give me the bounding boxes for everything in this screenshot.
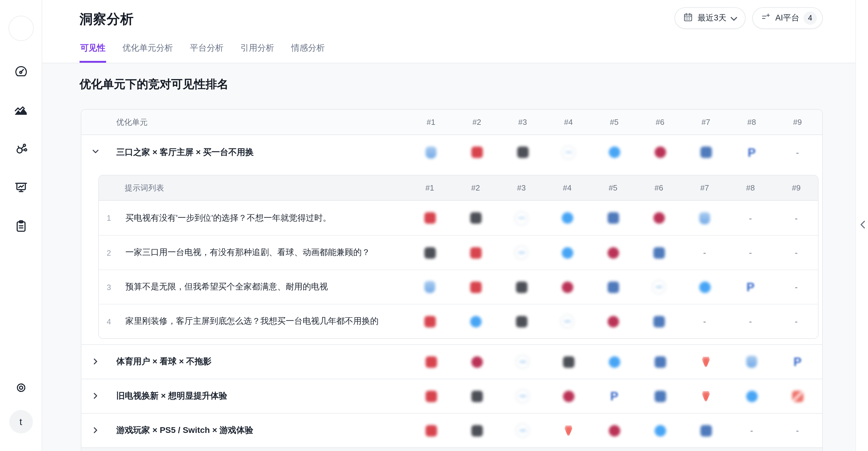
rank-header: #3 (500, 118, 546, 127)
unit-row[interactable]: 体育用户 × 看球 × 不拖影P (82, 344, 822, 379)
favicon-crimson-circle (636, 212, 682, 224)
crimson-circle-icon (653, 212, 664, 224)
rank-header: #6 (637, 118, 683, 127)
chevron-left-icon (859, 220, 866, 231)
page-header: 洞察分析 可见性 优化单元分析 平台分析 引用分析 情感分析 最近3天 (42, 0, 868, 63)
favicon-navy-square (636, 247, 682, 258)
unit-row[interactable]: 三口之家 × 客厅主屏 × 买一台不用换P- (82, 135, 822, 170)
unit-row[interactable]: 旧电视换新 × 想明显提升体验P (82, 379, 822, 413)
dash: - (750, 426, 753, 435)
collapse-row-button[interactable] (90, 147, 101, 158)
favicon-blue-shield (407, 281, 453, 293)
platform-count-badge: 4 (804, 11, 817, 25)
expand-row-button[interactable] (90, 425, 101, 436)
ai-platform-label: AI平台 (775, 13, 799, 24)
dark-square-icon (516, 281, 527, 293)
dash: - (795, 248, 798, 258)
favicon-crimson-circle (590, 247, 636, 258)
prompt-text: 买电视有没有'一步到位'的选择？不想一年就觉得过时。 (125, 213, 331, 223)
prompt-row: 3预算不是无限，但我希望买个全家都满意、耐用的电视P- (99, 270, 818, 304)
prompt-list-panel: 提示词列表#1#2#3#4#5#6#7#8#91买电视有没有'一步到位'的选择？… (98, 175, 818, 339)
expand-row-button[interactable] (90, 356, 101, 367)
rank-header: #4 (546, 118, 591, 127)
no-rank-dash: - (682, 248, 727, 258)
prompt-cell: 2一家三口用一台电视，有没有那种追剧、看球、动画都能兼顾的？ (99, 247, 407, 258)
crimson-circle-icon (561, 281, 573, 293)
paypal-p-icon: P (794, 356, 802, 368)
rank-header: #5 (591, 118, 637, 127)
right-panel-rail (855, 0, 868, 451)
tab-sentiment-analysis[interactable]: 情感分析 (290, 43, 326, 63)
dash: - (795, 282, 798, 292)
blue-circle-icon (699, 281, 710, 293)
favicon-blue-shield (682, 212, 727, 224)
rank-headers: #1#2#3#4#5#6#7#8#9 (407, 183, 818, 192)
navy-square-icon (700, 425, 712, 436)
favicon-blue-circle (682, 281, 727, 293)
sidebar-item-dashboard[interactable] (10, 61, 32, 83)
favicon-navy-square (637, 356, 683, 367)
dash: - (749, 213, 752, 223)
blue-circle-icon (561, 212, 573, 224)
blue-circle-icon (609, 147, 620, 158)
no-rank-dash: - (773, 248, 818, 258)
favicon-red-square (453, 281, 498, 293)
rank-header: #1 (408, 118, 454, 127)
sidebar-item-connections[interactable] (10, 139, 32, 160)
sidebar-item-tasks[interactable] (10, 216, 32, 238)
favicon-crimson-circle (546, 390, 591, 402)
favicon-navy-square (636, 315, 682, 327)
chevron-down-icon (731, 13, 737, 23)
dash: - (749, 248, 752, 258)
sidebar-item-reports[interactable] (10, 177, 32, 199)
rank-header: #7 (683, 118, 729, 127)
header-controls: 最近3天 AI平台 4 (675, 7, 823, 29)
ai-platform-filter-button[interactable]: AI平台 4 (752, 7, 823, 29)
no-rank-dash: - (727, 248, 773, 258)
gear-icon (13, 380, 28, 396)
prompt-list-title: 提示词列表 (99, 182, 407, 193)
gray-blob-icon (516, 212, 527, 224)
calendar-icon (683, 12, 693, 24)
dash: - (796, 426, 799, 435)
favicon-dark-square (498, 315, 544, 327)
unit-row[interactable]: 游戏玩家 × PS5 / Switch × 游戏体验-- (82, 413, 822, 447)
tab-visibility[interactable]: 可见性 (80, 43, 106, 63)
tab-platform-analysis[interactable]: 平台分析 (189, 43, 224, 63)
favicon-blue-shield (729, 356, 775, 368)
page-title: 洞察分析 (80, 10, 134, 28)
prompt-index: 2 (107, 248, 119, 257)
favicon-crimson-circle (591, 425, 637, 436)
favicon-red-square (408, 390, 454, 402)
prompt-index: 4 (107, 317, 119, 326)
user-avatar[interactable]: t (9, 410, 33, 433)
blue-shield-icon (699, 212, 710, 224)
tab-citation-analysis[interactable]: 引用分析 (240, 43, 275, 63)
sidebar-item-insights[interactable] (10, 100, 32, 122)
expand-row-button[interactable] (90, 391, 101, 401)
favicon-paypal-p: P (729, 146, 775, 158)
no-rank-dash: - (682, 317, 727, 326)
gray-blob-icon (517, 424, 529, 437)
favicon-dark-square (454, 390, 500, 402)
favicon-red-drop (683, 391, 729, 401)
tab-unit-analysis[interactable]: 优化单元分析 (122, 43, 174, 63)
expand-panel-button[interactable] (858, 221, 867, 230)
crimson-circle-icon (654, 147, 666, 158)
favicon-paypal-p: P (591, 390, 637, 402)
presentation-chart-icon (13, 180, 28, 196)
favicon-red-square (408, 356, 454, 367)
app-logo[interactable] (8, 16, 34, 41)
dark-square-icon (471, 425, 483, 436)
favicon-dark-square (454, 425, 500, 436)
date-range-button[interactable]: 最近3天 (675, 7, 746, 29)
red-square-icon (425, 390, 437, 402)
table-header: 优化单元 #1#2#3#4#5#6#7#8#9 (82, 110, 822, 135)
favicon-gray-blob (500, 356, 546, 368)
navy-square-icon (653, 315, 664, 327)
dash: - (795, 213, 798, 223)
favicon-blue-circle (637, 425, 683, 436)
sidebar-item-settings[interactable] (10, 378, 32, 399)
favicon-gray-blob (498, 212, 544, 224)
prompt-index: 3 (107, 282, 119, 292)
